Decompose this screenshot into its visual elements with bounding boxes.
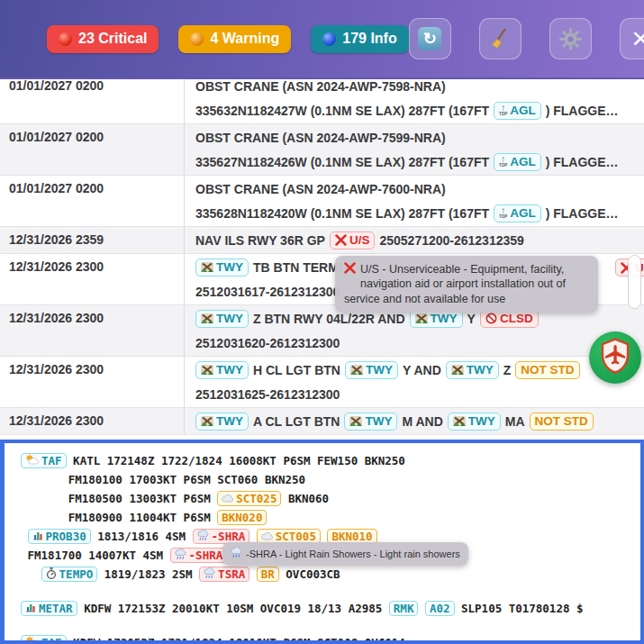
badge-bkn020[interactable]: BKN020 xyxy=(217,510,267,525)
weather-line: TAF KDFW 172053Z 1721/1824 18010KT P6SM … xyxy=(21,633,640,644)
badge-label: CLSD xyxy=(500,312,533,325)
badge-twy[interactable]: TWY xyxy=(345,361,398,379)
badge-taf[interactable]: TAF xyxy=(21,453,67,468)
badge-label: U/S xyxy=(349,233,370,247)
notam-row[interactable]: 12/31/2026 2300TWYH CL LGT BTNTWYY ANDTW… xyxy=(0,357,644,408)
clean-button[interactable] xyxy=(479,18,522,59)
weather-text-segment: OVC003CB xyxy=(279,567,340,581)
notam-text: OBST CRANE (ASN 2024-AWP-7598-NRA)335632… xyxy=(185,79,644,123)
badge-label: -SHRA xyxy=(212,530,246,543)
badge-twy[interactable]: TWY xyxy=(446,361,499,379)
notam-line: 335632N1182427W (0.1NM SE LAX) 287FT (16… xyxy=(195,98,642,122)
notam-line: 335628N1182420W (0.1NM SE LAX) 287FT (16… xyxy=(195,201,642,225)
settings-button[interactable] xyxy=(549,18,592,59)
notam-text-segment: 335628N1182420W (0.1NM SE LAX) 287FT (16… xyxy=(195,206,489,221)
sun-cloud-icon xyxy=(25,454,39,467)
notam-text-segment: OBST CRANE (ASN 2024-AWP-7599-NRA) xyxy=(195,131,446,145)
weather-text-segment xyxy=(249,567,257,581)
status-badge-info[interactable]: 179 Info xyxy=(311,25,408,53)
notam-row[interactable]: 12/31/2026 2300TWYA CL LGT BTNTWYM ANDTW… xyxy=(0,408,644,435)
notam-date: 12/31/2026 2359 xyxy=(0,227,185,253)
notam-row[interactable]: 12/31/2026 2359NAV ILS RWY 36R GPU/S2505… xyxy=(0,227,644,254)
badge-twy[interactable]: TWY xyxy=(448,413,501,431)
us-definition-tooltip: U/S - Unserviceable - Equipment, facilit… xyxy=(335,256,598,313)
notam-text-segment: 335627N1182426W (0.1NM SE LAX) 287FT (16… xyxy=(195,155,489,169)
notam-row[interactable]: 01/01/2027 0200OBST CRANE (ASN 2024-AWP-… xyxy=(0,79,644,124)
weather-text-segment: FM180500 13003KT P6SM xyxy=(21,492,217,505)
badge-agl[interactable]: ↑TOPAGL xyxy=(494,204,541,222)
status-badges: 23 Critical4 Warning179 Info xyxy=(47,25,409,53)
badge-label: TWY xyxy=(216,414,243,428)
badge-not-std[interactable]: NOT STD xyxy=(515,361,579,379)
notam-line: NAV ILS RWY 36R GPU/S2505271200-26123123… xyxy=(195,228,642,252)
badge-label: NOT STD xyxy=(521,363,574,376)
notam-text-segment: 2512031625-2612312300 xyxy=(195,387,340,402)
badge-label: BKN020 xyxy=(222,511,262,524)
weather-line xyxy=(21,618,640,633)
badge-metar[interactable]: METAR xyxy=(21,601,77,616)
twy-icon xyxy=(349,416,362,426)
notam-text: TWYZ BTN RWY 04L/22R ANDTWYYCLSD25120316… xyxy=(185,305,644,356)
badge-twy[interactable]: TWY xyxy=(195,361,249,379)
status-badge-critical[interactable]: 23 Critical xyxy=(47,25,159,53)
weather-text-segment: BKN060 xyxy=(281,492,329,505)
badge-rmk[interactable]: RMK xyxy=(389,601,419,616)
twy-icon xyxy=(350,365,363,375)
weather-text-segment xyxy=(21,567,41,581)
badge-label: SCT005 xyxy=(276,530,316,543)
badge-br[interactable]: BR xyxy=(257,567,279,582)
stopwatch-icon xyxy=(46,567,57,582)
weather-line: TAF KATL 172148Z 1722/1824 16008KT P6SM … xyxy=(21,451,640,470)
status-badge-warning[interactable]: 4 Warning xyxy=(178,25,291,53)
notam-text-segment: H CL LGT BTN xyxy=(253,363,340,377)
badge-twy[interactable]: TWY xyxy=(195,310,249,328)
notam-text-segment: MA xyxy=(505,414,525,429)
badge-twy[interactable]: TWY xyxy=(344,413,397,431)
weather-text-segment: 1813/1816 4SM xyxy=(91,530,193,543)
badge-not-std[interactable]: NOT STD xyxy=(530,413,594,431)
badge-agl[interactable]: ↑TOPAGL xyxy=(494,102,541,120)
chart-icon xyxy=(25,602,36,615)
weather-text-segment xyxy=(249,530,257,543)
notam-row[interactable]: 01/01/2027 0200OBST CRANE (ASN 2024-AWP-… xyxy=(0,124,644,176)
badge-agl[interactable]: ↑TOPAGL xyxy=(494,153,541,171)
no-entry-icon xyxy=(485,313,497,324)
weather-text-segment xyxy=(321,530,328,543)
refresh-button[interactable]: ↻ xyxy=(409,18,451,59)
top-icon: ↑TOP xyxy=(499,104,507,117)
red-circle-icon xyxy=(59,32,72,46)
orange-circle-icon xyxy=(190,32,204,46)
badge-u-s[interactable]: U/S xyxy=(330,231,376,249)
notam-line: OBST CRANE (ASN 2024-AWP-7598-NRA) xyxy=(195,79,642,98)
badge-twy[interactable]: TWY xyxy=(195,259,249,277)
notam-row[interactable]: 12/31/2026 2300TWYZ BTN RWY 04L/22R ANDT… xyxy=(0,305,644,357)
badge-label: PROB30 xyxy=(46,530,86,543)
badge-label: TWY xyxy=(216,363,243,376)
badge-twy[interactable]: TWY xyxy=(195,413,249,431)
badge-tsra[interactable]: TSRA xyxy=(199,567,249,582)
badge--shra[interactable]: -SHRA xyxy=(170,548,228,563)
close-button[interactable]: × xyxy=(620,18,644,59)
blue-circle-icon xyxy=(322,32,336,46)
weather-text-segment: SLP105 T01780128 $ xyxy=(455,602,584,615)
notam-row[interactable]: 01/01/2027 0200OBST CRANE (ASN 2024-AWP-… xyxy=(0,176,644,227)
badge-tempo[interactable]: TEMPO xyxy=(41,567,98,582)
badge-label: RMK xyxy=(394,602,414,615)
badge-a02[interactable]: A02 xyxy=(425,601,455,616)
shield-fab-button[interactable] xyxy=(589,331,641,384)
badge-prob30[interactable]: PROB30 xyxy=(28,529,91,544)
twy-icon xyxy=(201,262,213,272)
notam-date: 01/01/2027 0200 xyxy=(0,124,185,175)
badge-label: TWY xyxy=(467,363,494,376)
notam-line: TWYH CL LGT BTNTWYY ANDTWYZNOT STD xyxy=(195,358,642,382)
badge-taf[interactable]: TAF xyxy=(21,635,67,644)
twy-icon xyxy=(415,313,428,323)
toolbar-buttons: ↻× xyxy=(409,18,644,59)
cloud-icon xyxy=(261,530,273,543)
badge-sct025[interactable]: SCT025 xyxy=(217,491,281,506)
weather-text-segment: KATL 172148Z 1722/1824 16008KT P6SM FEW1… xyxy=(67,454,405,467)
scrollbar-thumb[interactable] xyxy=(628,255,641,309)
badge-label: AGL xyxy=(510,104,536,117)
twy-icon xyxy=(201,313,213,323)
badge-label: METAR xyxy=(39,602,73,615)
